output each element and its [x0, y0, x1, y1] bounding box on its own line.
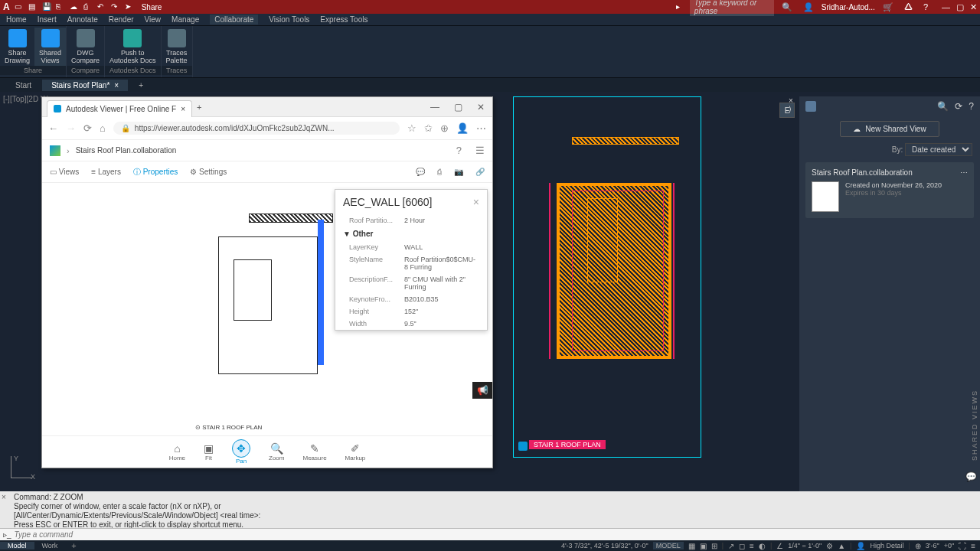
status-polar-icon[interactable]: ↗	[728, 542, 734, 550]
viewer-tool-views[interactable]: ▭ Views	[50, 168, 79, 176]
qat-saveas-icon[interactable]: ⎘	[56, 2, 65, 11]
viewer-measure-button[interactable]: ✎Measure	[302, 442, 326, 461]
breadcrumb-chevron-icon[interactable]: ›	[67, 146, 70, 155]
menu-render[interactable]: Render	[109, 15, 134, 24]
browser-tab-close-icon[interactable]: ×	[181, 105, 185, 113]
sv-chat-icon[interactable]: 💬	[965, 471, 977, 482]
properties-close-icon[interactable]: ×	[473, 196, 479, 208]
browser-new-tab[interactable]: +	[197, 103, 201, 112]
help-icon[interactable]: ?	[923, 2, 928, 11]
feedback-button[interactable]: 📢	[472, 382, 492, 399]
viewport-lock-icon[interactable]	[518, 442, 528, 451]
cad-viewport[interactable]: STAIR 1 ROOF PLAN	[513, 96, 701, 458]
qat-open-icon[interactable]: ▤	[28, 2, 38, 11]
status-annoscale-icon[interactable]: 👤	[856, 542, 865, 550]
status-detail[interactable]: High Detail	[870, 542, 903, 549]
status-isodraft-icon[interactable]: ▲	[838, 542, 845, 550]
status-workspace-icon[interactable]: ⊕	[915, 542, 921, 550]
window-close-icon[interactable]: ✕	[970, 2, 977, 12]
layout-tab-work[interactable]: Work	[34, 542, 66, 549]
cmdline-close-icon[interactable]: ×	[2, 493, 6, 501]
qat-redo-icon[interactable]: ↷	[111, 2, 120, 11]
qat-print-icon[interactable]: ⎙	[83, 2, 93, 11]
browser-favorites-icon[interactable]: ✩	[424, 122, 433, 134]
window-minimize-icon[interactable]: —	[942, 2, 950, 12]
viewer-pan-button[interactable]: ✥Pan	[232, 439, 250, 465]
browser-minimize-icon[interactable]: —	[423, 102, 446, 112]
status-customize-icon[interactable]: ≡	[971, 542, 975, 550]
menu-manage[interactable]: Manage	[172, 15, 199, 24]
viewer-fit-button[interactable]: ▣Fit	[204, 442, 214, 461]
playback-icon[interactable]: ▸	[676, 2, 685, 11]
status-grid-icon[interactable]: ▦	[688, 542, 695, 550]
browser-url-input[interactable]: 🔒 https://viewer.autodesk.com/id/dXJuOmF…	[113, 122, 400, 135]
viewer-help-icon[interactable]: ?	[456, 145, 462, 156]
menu-express-tools[interactable]: Express Tools	[320, 15, 368, 24]
browser-back-icon[interactable]: ←	[48, 122, 58, 134]
status-cleanscreen-icon[interactable]: ⛶	[959, 542, 966, 550]
status-lineweight-icon[interactable]: ≡	[750, 542, 754, 550]
ribbon-dwg-compare[interactable]: DWGCompare	[67, 28, 104, 66]
sv-card-menu-icon[interactable]: ⋯	[960, 168, 968, 177]
new-shared-view-button[interactable]: ☁ New Shared View	[840, 121, 939, 137]
sv-refresh-icon[interactable]: ⟳	[955, 101, 962, 112]
sv-search-icon[interactable]: 🔍	[937, 101, 949, 112]
browser-home-icon[interactable]: ⌂	[100, 122, 106, 134]
qat-save-icon[interactable]: 💾	[42, 2, 51, 11]
menu-home[interactable]: Home	[6, 15, 27, 24]
qat-share-icon[interactable]: ➤	[125, 2, 134, 11]
viewer-link-icon[interactable]: 🔗	[475, 168, 485, 176]
sv-sort-select[interactable]: Date created	[905, 143, 972, 156]
status-angle-value[interactable]: +0"	[944, 542, 954, 549]
search-icon[interactable]: 🔍	[782, 2, 792, 12]
viewer-canvas[interactable]: ⊙ STAIR 1 ROOF PLAN AEC_WALL [6060] × Ro…	[42, 183, 492, 435]
viewer-menu-icon[interactable]: ☰	[475, 145, 485, 156]
cart-icon[interactable]: 🛒	[883, 2, 893, 12]
menu-view[interactable]: View	[145, 15, 162, 24]
keyword-search-input[interactable]: Type a keyword or phrase	[690, 0, 774, 16]
viewer-breadcrumb[interactable]: Stairs Roof Plan.collaboration	[76, 146, 177, 155]
sv-help-icon[interactable]: ?	[969, 101, 974, 112]
status-scale-b[interactable]: 3'-6"	[926, 542, 939, 549]
menu-insert[interactable]: Insert	[38, 15, 57, 24]
properties-section-other[interactable]: ▼ Other	[335, 227, 487, 241]
status-gear-icon[interactable]: ⚙	[826, 542, 833, 550]
browser-tab[interactable]: Autodesk Viewer | Free Online F ×	[47, 100, 192, 117]
status-model-button[interactable]: MODEL	[653, 542, 684, 549]
browser-close-icon[interactable]: ✕	[469, 102, 492, 112]
qat-share-label[interactable]: Share	[142, 3, 162, 11]
doctab-new[interactable]: +	[129, 80, 152, 91]
panel-close-icon[interactable]: ×⟩	[789, 96, 798, 113]
user-name[interactable]: Sridhar-Autod...	[822, 3, 875, 11]
shared-view-card[interactable]: Stairs Roof Plan.collaboration ⋯ Created…	[805, 162, 974, 218]
doctab-start[interactable]: Start	[6, 80, 41, 91]
qat-new-icon[interactable]: ▭	[15, 2, 24, 11]
ucs-icon[interactable]: Y X	[5, 456, 35, 487]
browser-maximize-icon[interactable]: ▢	[446, 102, 469, 112]
status-osnap-icon[interactable]: ◻	[739, 542, 745, 550]
viewer-tool-settings[interactable]: ⚙ Settings	[190, 168, 227, 176]
viewer-screenshot-icon[interactable]: 📷	[454, 168, 463, 176]
doctab-active[interactable]: Stairs Roof Plan* ×	[42, 80, 128, 91]
status-snap-icon[interactable]: ▣	[700, 542, 707, 550]
status-scale-a[interactable]: 1/4" = 1'-0"	[788, 542, 822, 549]
apps-icon[interactable]: 🛆	[904, 2, 913, 11]
layout-tab-model[interactable]: Model	[0, 542, 34, 549]
ribbon-push-to-autodesk-docs[interactable]: Push toAutodesk Docs	[105, 28, 161, 66]
window-maximize-icon[interactable]: ▢	[956, 2, 964, 12]
viewer-tool-layers[interactable]: ≡ Layers	[91, 168, 121, 176]
menu-annotate[interactable]: Annotate	[67, 15, 98, 24]
viewer-comment-icon[interactable]: 💬	[416, 168, 425, 176]
user-icon[interactable]: 👤	[803, 2, 814, 12]
viewer-zoom-button[interactable]: 🔍Zoom	[269, 442, 284, 461]
viewer-tool-properties[interactable]: ⓘ Properties	[133, 167, 178, 178]
ribbon-share-drawing[interactable]: ShareDrawing	[0, 28, 34, 66]
menu-vision-tools[interactable]: Vision Tools	[269, 15, 309, 24]
menu-collaborate[interactable]: Collaborate	[210, 15, 258, 24]
ribbon-shared-views[interactable]: SharedViews	[34, 28, 66, 66]
viewer-print-icon[interactable]: ⎙	[437, 168, 442, 176]
qat-undo-icon[interactable]: ↶	[97, 2, 106, 11]
browser-favorite-icon[interactable]: ☆	[407, 122, 416, 134]
status-angle-icon[interactable]: ∠	[776, 542, 783, 550]
qat-cloud-icon[interactable]: ☁	[70, 2, 79, 11]
